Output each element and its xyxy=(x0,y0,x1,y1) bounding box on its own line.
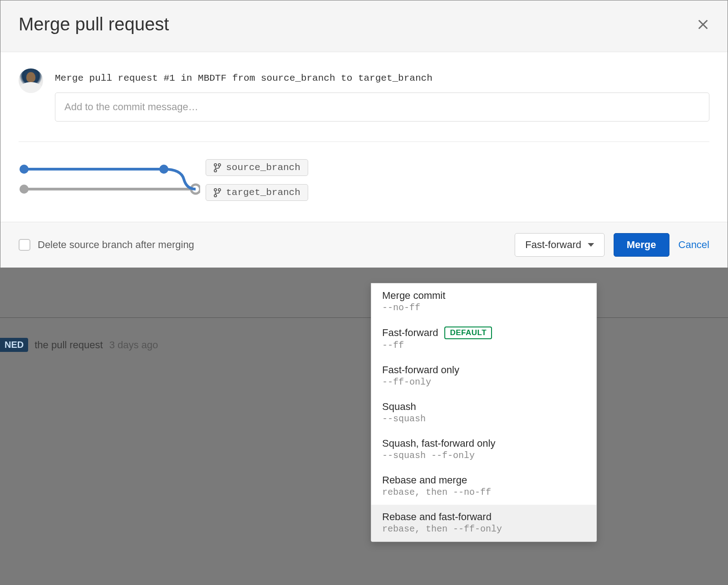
svg-point-10 xyxy=(214,169,216,171)
merge-strategy-option-title: Rebase and fast-forward xyxy=(382,511,492,523)
svg-point-3 xyxy=(20,185,29,194)
merge-strategy-option[interactable]: Fast-forwardDEFAULT--ff xyxy=(371,320,596,358)
merge-strategy-option-subtitle: rebase, then --no-ff xyxy=(382,487,585,497)
delete-source-branch-label: Delete source branch after merging xyxy=(38,239,194,251)
delete-source-branch-checkbox[interactable] xyxy=(19,239,30,251)
background-activity-strip: NED the pull request 3 days ago xyxy=(0,317,728,352)
merge-strategy-selected-label: Fast-forward xyxy=(525,239,581,251)
merge-strategy-option[interactable]: Rebase and mergerebase, then --no-ff xyxy=(371,468,596,505)
modal-header: Merge pull request xyxy=(0,0,728,52)
avatar xyxy=(19,68,43,93)
merge-button[interactable]: Merge xyxy=(614,233,669,257)
merge-strategy-option[interactable]: Fast-forward only--ff-only xyxy=(371,358,596,395)
merge-strategy-dropdown-button[interactable]: Fast-forward xyxy=(515,233,604,257)
commit-message-text: Merge pull request #1 in MBDTF from sour… xyxy=(55,73,709,83)
merge-strategy-option[interactable]: Squash--squash xyxy=(371,395,596,431)
svg-point-8 xyxy=(214,163,216,166)
cancel-link[interactable]: Cancel xyxy=(679,239,709,251)
merge-strategy-option-subtitle: --ff-only xyxy=(382,377,585,387)
branch-icon xyxy=(213,163,221,173)
target-branch-label: target_branch xyxy=(226,187,300,198)
merge-strategy-option-title: Rebase and merge xyxy=(382,474,467,486)
merge-strategy-option[interactable]: Merge commit--no-ff xyxy=(371,283,596,320)
merge-strategy-option-subtitle: rebase, then --ff-only xyxy=(382,524,585,534)
svg-point-11 xyxy=(214,188,216,190)
status-badge-partial: NED xyxy=(0,338,28,352)
activity-time: 3 days ago xyxy=(109,339,158,351)
merge-strategy-option-subtitle: --squash --f-only xyxy=(382,450,585,461)
merge-strategy-option-subtitle: --ff xyxy=(382,340,585,351)
svg-point-12 xyxy=(218,188,221,190)
branch-diagram-row: source_branch target_branch xyxy=(19,159,709,217)
merge-strategy-option-subtitle: --squash xyxy=(382,414,585,424)
svg-point-6 xyxy=(20,165,29,174)
merge-strategy-option-title: Fast-forward only xyxy=(382,364,459,376)
svg-point-9 xyxy=(218,163,221,166)
svg-point-7 xyxy=(159,165,168,174)
activity-text: the pull request xyxy=(34,339,103,351)
merge-pull-request-modal: Merge pull request Merge pull request #1… xyxy=(0,0,728,268)
branch-icon xyxy=(213,188,221,198)
source-branch-label: source_branch xyxy=(226,162,300,173)
chevron-down-icon xyxy=(588,243,594,247)
merge-strategy-option-title: Squash, fast-forward only xyxy=(382,438,495,449)
modal-body: Merge pull request #1 in MBDTF from sour… xyxy=(0,52,728,222)
default-badge: DEFAULT xyxy=(444,327,492,339)
branch-graph xyxy=(19,162,200,198)
target-branch-chip: target_branch xyxy=(206,184,308,201)
merge-strategy-option-title: Fast-forward xyxy=(382,327,438,339)
modal-title: Merge pull request xyxy=(19,14,169,34)
commit-message-input[interactable] xyxy=(55,93,709,122)
merge-strategy-option-title: Merge commit xyxy=(382,290,445,302)
merge-strategy-option-title: Squash xyxy=(382,401,416,413)
svg-point-13 xyxy=(214,194,216,196)
merge-strategy-option[interactable]: Rebase and fast-forwardrebase, then --ff… xyxy=(371,505,596,541)
source-branch-chip: source_branch xyxy=(206,159,308,176)
close-icon[interactable] xyxy=(697,18,709,31)
merge-strategy-option[interactable]: Squash, fast-forward only--squash --f-on… xyxy=(371,431,596,468)
merge-strategy-option-subtitle: --no-ff xyxy=(382,302,585,313)
modal-footer: Delete source branch after merging Fast-… xyxy=(0,222,728,268)
divider xyxy=(19,141,709,142)
merge-strategy-dropdown-menu: Merge commit--no-ffFast-forwardDEFAULT--… xyxy=(371,283,597,542)
